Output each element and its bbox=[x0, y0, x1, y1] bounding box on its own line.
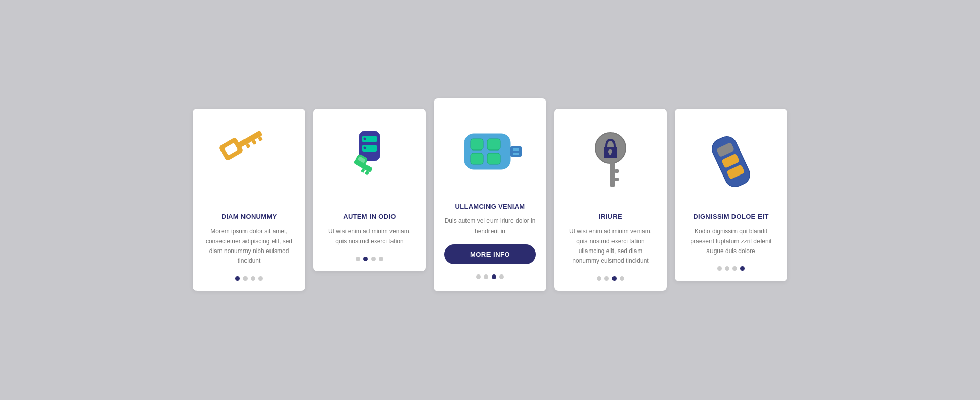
card-1-dots bbox=[235, 274, 263, 281]
dot bbox=[258, 276, 263, 281]
card-2-text: Ut wisi enim ad minim veniam, quis nostr… bbox=[324, 227, 415, 246]
card-3-title: ULLAMCING VENIAM bbox=[455, 203, 525, 210]
card-1: DIAM NONUMMY Morem ipsum dolor sit amet,… bbox=[193, 109, 305, 291]
dot bbox=[235, 276, 240, 281]
dot bbox=[717, 266, 722, 271]
card-1-text: Morem ipsum dolor sit amet, consectetuer… bbox=[203, 227, 295, 266]
card-3-dots bbox=[476, 272, 504, 279]
card-2-title: AUTEM IN ODIO bbox=[343, 213, 396, 220]
card-5-dots bbox=[717, 264, 745, 271]
card-1-title: DIAM NONUMMY bbox=[221, 213, 277, 220]
card-5-text: Kodio dignissim qui blandit praesent lup… bbox=[685, 227, 777, 256]
svg-rect-17 bbox=[471, 139, 483, 150]
dot bbox=[604, 276, 609, 281]
dot bbox=[499, 274, 504, 279]
card-4: IRIURE Ut wisi enim ad minim veniam, qui… bbox=[554, 109, 667, 291]
dot bbox=[243, 276, 248, 281]
dot bbox=[251, 276, 255, 281]
dot bbox=[484, 274, 488, 279]
card-2-dots bbox=[356, 255, 383, 261]
dot bbox=[356, 257, 360, 261]
cards-container: DIAM NONUMMY Morem ipsum dolor sit amet,… bbox=[193, 109, 787, 291]
svg-rect-23 bbox=[513, 153, 519, 155]
card-5: DIGNISSIM DOLOE EIT Kodio dignissim qui … bbox=[675, 109, 787, 281]
svg-rect-19 bbox=[487, 139, 500, 150]
svg-point-9 bbox=[364, 138, 366, 140]
card-2-icon bbox=[324, 121, 415, 203]
dot bbox=[725, 266, 729, 271]
card-2: AUTEM IN ODIO Ut wisi enim ad minim veni… bbox=[313, 109, 426, 271]
svg-rect-22 bbox=[513, 148, 519, 151]
more-info-button[interactable]: MORE INFO bbox=[444, 244, 536, 264]
card-1-icon bbox=[203, 121, 295, 203]
svg-rect-28 bbox=[610, 162, 615, 187]
card-4-text: Ut wisi enim ad minim veniam, quis nostr… bbox=[565, 227, 656, 266]
svg-rect-30 bbox=[615, 178, 619, 181]
svg-rect-20 bbox=[487, 153, 500, 164]
svg-point-10 bbox=[364, 147, 366, 149]
dot bbox=[740, 266, 745, 271]
card-4-title: IRIURE bbox=[599, 213, 622, 220]
dot bbox=[371, 257, 376, 261]
dot bbox=[476, 274, 481, 279]
card-5-icon bbox=[685, 121, 777, 203]
card-3-text: Duis autem vel eum iriure dolor in hendr… bbox=[444, 216, 536, 236]
dot bbox=[363, 257, 368, 261]
card-5-title: DIGNISSIM DOLOE EIT bbox=[693, 213, 768, 220]
svg-rect-18 bbox=[471, 153, 483, 164]
card-3: ULLAMCING VENIAM Duis autem vel eum iriu… bbox=[434, 98, 546, 291]
dot bbox=[379, 257, 383, 261]
card-4-dots bbox=[597, 274, 624, 281]
dot bbox=[597, 276, 601, 281]
dot bbox=[620, 276, 624, 281]
svg-rect-27 bbox=[609, 152, 611, 155]
svg-rect-29 bbox=[615, 169, 619, 173]
dot bbox=[612, 276, 617, 281]
dot bbox=[732, 266, 737, 271]
card-3-icon bbox=[444, 111, 536, 192]
dot bbox=[492, 274, 496, 279]
card-4-icon bbox=[565, 121, 656, 203]
svg-rect-16 bbox=[464, 134, 510, 169]
